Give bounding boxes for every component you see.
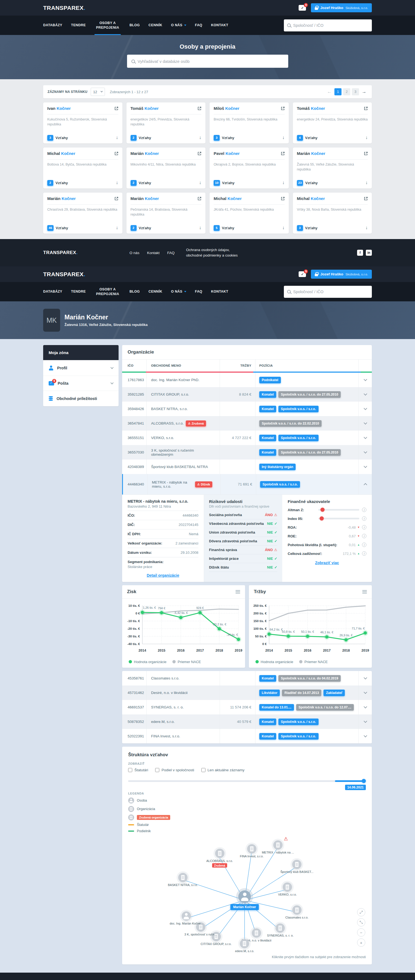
page-number[interactable]: 2 <box>343 88 350 95</box>
node-icon[interactable]: ⚠ <box>273 840 283 850</box>
info-icon[interactable]: i <box>362 542 366 547</box>
messages-icon[interactable]: 9 <box>299 5 306 11</box>
user-account-button[interactable]: Jozef Hraško Skúšobná, s.r.o. <box>311 3 372 12</box>
graph-node[interactable]: FINA Invest, s.r.o. <box>240 844 264 858</box>
node-icon[interactable] <box>293 905 302 915</box>
company-detail-link[interactable]: Detail organizácie <box>127 573 198 578</box>
nav-item[interactable]: BLOG <box>129 282 140 301</box>
collapse-row-chevron-icon[interactable] <box>364 483 367 487</box>
table-row[interactable]: 35921285 CITITAX GROUP, s.r.o. 8 824 € K… <box>122 387 372 402</box>
external-link-icon[interactable] <box>281 107 285 110</box>
table-row[interactable]: 42048389 Športový klub BASKETBAL NITRA I… <box>122 460 372 474</box>
person-name[interactable]: Marián Kočner <box>47 196 76 201</box>
nav-item[interactable]: TENDRE <box>71 16 86 35</box>
messages-icon[interactable]: 9 <box>299 271 306 277</box>
person-card[interactable]: Michal Kočner JKráľa 41, Púchov, Slovens… <box>210 192 289 234</box>
graph-node[interactable]: Športový klub BASKET... <box>280 860 313 873</box>
table-row-expanded[interactable]: 44466340 METRIX - nábytok na mieru, s.r.… <box>122 474 372 495</box>
node-icon[interactable] <box>178 873 188 882</box>
expand-row-chevron-icon[interactable] <box>364 407 367 410</box>
expand-row-chevron-icon[interactable] <box>364 690 367 694</box>
nav-item[interactable]: KONTAKT <box>211 282 228 301</box>
expand-relations-arrow-icon[interactable]: ↓ <box>116 225 118 231</box>
node-icon[interactable] <box>238 890 251 903</box>
expand-relations-arrow-icon[interactable]: ↓ <box>199 225 202 231</box>
expand-row-chevron-icon[interactable] <box>364 436 367 439</box>
graph-control-button[interactable]: + <box>357 939 365 947</box>
table-row[interactable]: 45358761 Classmates s.r.o. KonatelSpoloč… <box>122 671 372 686</box>
person-card[interactable]: Michal Kočner Bottova 14, Bytča, Slovens… <box>43 148 122 189</box>
external-link-icon[interactable] <box>197 152 201 156</box>
graph-node[interactable]: doc. Ing. Marián Kočne... <box>170 912 203 925</box>
expand-row-chevron-icon[interactable] <box>364 676 367 679</box>
node-icon[interactable] <box>276 923 285 933</box>
graph-control-button[interactable]: ⤡ <box>357 918 365 926</box>
external-link-icon[interactable] <box>364 197 368 200</box>
linkedin-icon[interactable]: in <box>366 250 372 256</box>
per-page-select[interactable]: 12 <box>91 88 105 96</box>
nav-item[interactable]: DATABÁZY <box>43 16 62 35</box>
logo[interactable]: TRANSPAREX. <box>43 5 85 11</box>
nav-item[interactable]: BLOG <box>129 16 140 35</box>
show-more-link[interactable]: Zobraziť viac <box>288 561 366 565</box>
info-icon[interactable]: i <box>362 508 366 512</box>
person-name[interactable]: Tomáš Kočner <box>297 106 325 111</box>
person-name[interactable]: Michal Kočner <box>214 196 242 201</box>
table-row[interactable]: 36547841 ALCOBRASS, s.r.o.Zrušená Spoloč… <box>122 416 372 431</box>
nav-item[interactable]: FAQ <box>195 282 202 301</box>
nav-item[interactable]: OSOBY A PREPOJENIA <box>95 282 121 301</box>
table-row[interactable]: 36555151 VERKO, s.r.o. 4 727 222 € Konat… <box>122 431 372 445</box>
nav-item[interactable]: CENNÍK <box>149 16 162 35</box>
external-link-icon[interactable] <box>364 107 368 110</box>
person-name[interactable]: Marián Kočner <box>297 151 325 156</box>
person-name[interactable]: Miloš Kočner <box>214 106 239 111</box>
nav-item[interactable]: KONTAKT <box>211 16 228 35</box>
relations-graph[interactable]: BASKET NITRA, s.r.o. ALCOBRASS, s.r.o. Z… <box>128 834 366 954</box>
graph-control-button[interactable]: ⤢ <box>357 908 365 916</box>
expand-row-chevron-icon[interactable] <box>364 719 367 723</box>
expand-row-chevron-icon[interactable] <box>364 705 367 708</box>
person-card[interactable]: Tomáš Kočner energetikov 24/5, Prievidza… <box>127 102 206 143</box>
nav-item[interactable]: FAQ <box>195 16 202 35</box>
person-name[interactable]: Marián Kočner <box>130 151 159 156</box>
info-icon[interactable]: i <box>362 525 366 530</box>
header-search-input[interactable] <box>293 23 369 28</box>
external-link-icon[interactable] <box>197 197 201 200</box>
expand-relations-arrow-icon[interactable]: ↓ <box>282 180 285 186</box>
person-card[interactable]: Michal Kočner Vršky 38, Nová Baňa, Slove… <box>293 192 372 234</box>
external-link-icon[interactable] <box>364 152 368 156</box>
filter-checkbox[interactable]: Štatutári <box>128 768 148 772</box>
nav-item[interactable]: DATABÁZY <box>43 282 62 301</box>
slider-track[interactable] <box>128 780 366 782</box>
table-row[interactable]: 45731462 Desiré, n.o. v likvidácii Likvi… <box>122 686 372 700</box>
user-account-button[interactable]: Jozef Hraško Skúšobná, s.r.o. <box>311 270 372 279</box>
graph-node[interactable]: edere.M, s.r.o. <box>235 939 254 953</box>
nav-item[interactable]: O NÁS <box>171 282 186 301</box>
node-icon[interactable] <box>247 844 256 853</box>
info-icon[interactable]: i <box>362 534 366 538</box>
logo[interactable]: TRANSPAREX. <box>43 271 85 278</box>
table-row[interactable]: 17617863 doc. Ing. Marián Kočner PhD. Po… <box>122 373 372 387</box>
persons-search-input[interactable] <box>138 59 284 64</box>
person-name[interactable]: Pavel Kočner <box>214 151 240 156</box>
info-icon[interactable]: i <box>362 516 366 521</box>
person-card[interactable]: Marián Kočner Žatevná 55, Veľké Zálužie,… <box>293 148 372 189</box>
external-link-icon[interactable] <box>114 107 118 110</box>
sidebar-item-posta[interactable]: 9 Pošta <box>43 375 119 391</box>
person-card[interactable]: Ivan Kočner Kukučínova 5, Ružomberok, Sl… <box>43 102 122 143</box>
node-icon[interactable] <box>182 912 191 921</box>
table-row[interactable]: 52022391 FINA Invest, s.r.o. KonatelSpol… <box>122 729 372 743</box>
person-name[interactable]: Michal Kočner <box>297 196 325 201</box>
person-card[interactable]: Pavel Kočner Okrajová 2, Bojnice, Sloven… <box>210 148 289 189</box>
nav-item[interactable]: O NÁS <box>171 16 186 35</box>
info-icon[interactable]: i <box>362 551 366 556</box>
graph-node[interactable]: Classmates s.r.o. <box>286 905 308 919</box>
checkbox-input[interactable] <box>201 768 205 772</box>
table-row[interactable]: 50878352 edere.M, s.r.o. 40 579 € Konate… <box>122 714 372 729</box>
node-icon[interactable] <box>252 928 261 938</box>
graph-node[interactable]: ALCOBRASS, s.r.o. Zrušená <box>206 849 233 868</box>
footer-privacy-link[interactable]: Ochrana osobných údajov,obchodné podmien… <box>186 247 238 258</box>
expand-relations-arrow-icon[interactable]: ↓ <box>199 180 202 186</box>
graph-control-button[interactable]: − <box>357 928 365 937</box>
expand-relations-arrow-icon[interactable]: ↓ <box>116 180 118 186</box>
